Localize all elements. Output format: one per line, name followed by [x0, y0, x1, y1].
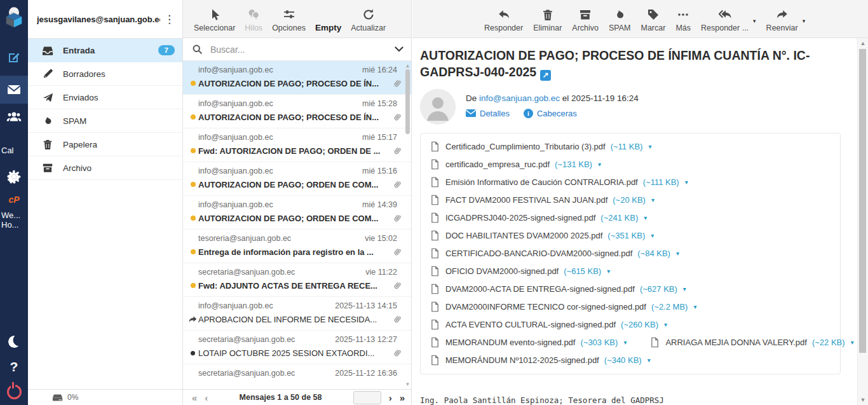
help-button[interactable]: ?	[0, 359, 28, 375]
cpanel-link[interactable]: cP	[0, 193, 28, 206]
open-in-new-window-icon[interactable]: ↗	[540, 70, 551, 81]
page-number-input[interactable]	[353, 391, 381, 404]
folder-item-borradores[interactable]: Borradores	[28, 62, 182, 86]
reading-pane: ResponderEliminarArchivoSPAMMarcarMásRes…	[412, 0, 868, 405]
attachment-menu-caret-icon[interactable]: ▾	[644, 214, 647, 221]
attachment-menu-caret-icon[interactable]: ▾	[851, 339, 854, 346]
folder-item-spam[interactable]: SPAM	[28, 109, 182, 133]
calendar-link[interactable]: Cal	[0, 144, 28, 156]
attachment-item[interactable]: ACTA EVENTO CULTURAL-signed-signed.pdf (…	[430, 319, 667, 330]
subject-text: AUTORIZACION DE PAGO; PROCESO DE ÍNFIMA …	[420, 48, 810, 79]
attachment-menu-caret-icon[interactable]: ▾	[676, 250, 679, 257]
dark-mode-button[interactable]	[0, 333, 28, 350]
folder-item-entrada[interactable]: Entrada7	[28, 39, 182, 62]
attachment-item[interactable]: Certificado_Cumplimiento_Tributario (3).…	[430, 141, 651, 152]
attachment-menu-caret-icon[interactable]: ▾	[623, 339, 627, 346]
attachment-item[interactable]: certificado_empresa_ruc.pdf (~131 KB) ▾	[430, 159, 601, 170]
headers-label: Cabeceras	[537, 109, 577, 118]
search-options-chevron-icon[interactable]	[395, 46, 403, 52]
opciones-button[interactable]: Opciones	[272, 8, 306, 32]
reading-pane-scrollbar[interactable]: ▲ ▼	[857, 38, 868, 405]
message-list: info@sanjuan.gob.ec mié 16:24 AUTORIZACI…	[183, 61, 411, 389]
list-scrollbar[interactable]: ▲ ▼	[405, 63, 410, 387]
attachment-item[interactable]: FACT DVAM2000 FESTIVAL SAN JUAN.pdf (~20…	[430, 195, 654, 205]
seleccionar-button[interactable]: Seleccionar	[194, 8, 235, 32]
mail-nav-button[interactable]	[0, 76, 28, 104]
message-list-row[interactable]: secretaria@sanjuan.gob.ec vie 11:22 Fwd:…	[183, 263, 411, 297]
attachment-menu-caret-icon[interactable]: ▾	[651, 232, 654, 239]
folder-item-archivo[interactable]: Archivo	[28, 156, 182, 180]
eliminar-button[interactable]: Eliminar	[533, 8, 562, 32]
folder-item-enviados[interactable]: Enviados	[28, 86, 182, 109]
sender-email-link[interactable]: info@sanjuan.gob.ec	[479, 93, 560, 103]
message-list-row[interactable]: info@sanjuan.gob.ec mié 16:24 AUTORIZACI…	[183, 61, 411, 95]
empty-button[interactable]: Empty	[315, 23, 341, 32]
message-list-row[interactable]: secretaria@sanjuan.gob.ec 2025-11-12 16:…	[183, 364, 411, 389]
prev-page-button[interactable]: ‹	[205, 393, 208, 402]
toolbar-button-label: Eliminar	[533, 24, 562, 32]
message-list-row[interactable]: info@sanjuan.gob.ec mié 15:16 AUTORIZACI…	[183, 162, 411, 196]
webmail-home-link[interactable]: We... Ho...	[0, 210, 28, 230]
folder-item-papelera[interactable]: Papelera	[28, 133, 182, 156]
search-input[interactable]	[209, 44, 388, 55]
message-list-row[interactable]: info@sanjuan.gob.ec mié 15:17 Fwd: AUTOR…	[183, 128, 411, 162]
m-s-button[interactable]: Más	[675, 8, 691, 32]
message-date: 2025-11-12 16:36	[335, 369, 397, 378]
headers-toggle[interactable]: i Cabeceras	[524, 109, 577, 118]
attachment-item[interactable]: MEMORÁNDUM Nº1012-2025-signed.pdf (~340 …	[430, 355, 651, 366]
attachment-menu-caret-icon[interactable]: ▾	[651, 196, 654, 203]
message-list-row[interactable]: secretaria@sanjuan.gob.ec 2025-11-13 12:…	[183, 331, 411, 364]
attachment-menu-caret-icon[interactable]: ▾	[648, 357, 651, 364]
attachment-item[interactable]: OFICIO DVAM2000-signed.pdf (~615 KB) ▾	[430, 266, 610, 277]
message-list-row[interactable]: tesoreria@sanjuan.gob.ec vie 15:02 Entre…	[183, 230, 411, 263]
scroll-up-icon[interactable]: ▲	[858, 40, 868, 46]
reenviar-button[interactable]: Reenviar	[766, 8, 798, 32]
last-page-button[interactable]: »	[400, 393, 405, 402]
responder-button[interactable]: Responder ...	[701, 8, 749, 32]
attachment-menu-caret-icon[interactable]: ▾	[607, 268, 610, 275]
next-page-button[interactable]: ›	[389, 393, 392, 402]
attachment-menu-caret-icon[interactable]: ▾	[598, 161, 601, 168]
attachment-menu-caret-icon[interactable]: ▾	[683, 285, 686, 292]
archivo-button[interactable]: Archivo	[572, 8, 599, 32]
attachment-item[interactable]: DOC HABILITANTES DVAM2000 2025.pdf (~351…	[430, 230, 654, 241]
attachment-menu-caret-icon[interactable]: ▾	[685, 179, 688, 186]
spam-button[interactable]: SPAM	[609, 8, 631, 32]
list-scrollbar-thumb[interactable]	[405, 69, 410, 134]
attachment-item[interactable]: DVAM2000-ACTA DE ENTREGA-signed-signed.p…	[430, 284, 686, 294]
actualizar-button[interactable]: Actualizar	[351, 8, 386, 32]
attachment-item[interactable]: ARRIAGA MEJIA DONNA VALERY.pdf (~22 KB) …	[649, 337, 853, 348]
settings-button[interactable]	[0, 167, 28, 186]
scroll-down-icon[interactable]: ▼	[858, 397, 868, 403]
message-list-row[interactable]: info@sanjuan.gob.ec mié 14:39 AUTORIZACI…	[183, 196, 411, 230]
first-page-button[interactable]: «	[192, 393, 197, 402]
attachment-item[interactable]: MEMORANDUM evento-signed.pdf (~303 KB) ▾	[430, 337, 627, 348]
attachment-menu-caret-icon[interactable]: ▾	[648, 143, 651, 150]
compose-button[interactable]	[0, 44, 28, 71]
scroll-up-icon[interactable]: ▲	[405, 63, 410, 69]
message-list-row[interactable]: info@sanjuan.gob.ec 2025-11-13 14:15 APR…	[183, 297, 411, 331]
details-toggle[interactable]: Detalles	[466, 109, 510, 118]
account-menu-kebab-icon[interactable]: ⋮	[160, 13, 179, 26]
dropdown-caret-icon[interactable]: ▾	[753, 18, 756, 24]
attachment-item[interactable]: DVAM2000INFORME TECNICO cor-signed-signe…	[430, 301, 696, 312]
logout-button[interactable]	[0, 383, 28, 400]
attachment-item[interactable]: ICGADPRSJ040-2025-signed-signed.pdf (~24…	[430, 212, 647, 223]
attachment-menu-caret-icon[interactable]: ▾	[664, 321, 667, 328]
hilos-button[interactable]: Hilos	[245, 8, 262, 32]
message-date: 2025-11-13 14:15	[335, 301, 397, 310]
scroll-down-icon[interactable]: ▼	[405, 381, 410, 387]
reading-scrollbar-thumb[interactable]	[859, 49, 866, 353]
attachment-item[interactable]: Emisión Informativo de Caución CONTRALOR…	[430, 177, 688, 188]
contacts-button[interactable]	[0, 104, 28, 130]
dropdown-caret-icon[interactable]: ▾	[803, 18, 806, 24]
attachment-menu-caret-icon[interactable]: ▾	[693, 303, 696, 310]
attachment-item[interactable]: CERTIFICADO-BANCARIO-DVAM2000-signed.pdf…	[430, 248, 679, 259]
attachment-name: ACTA EVENTO CULTURAL-signed-signed.pdf	[445, 320, 616, 329]
header-links: Detalles i Cabeceras	[466, 109, 639, 118]
message-list-row[interactable]: info@sanjuan.gob.ec mié 15:28 AUTORIZACI…	[183, 95, 411, 128]
marcar-button[interactable]: Marcar	[641, 8, 666, 32]
folder-name: Borradores	[63, 69, 105, 79]
message-subject: AUTORIZACION DE PAGO; PROCESO DE ÍN...	[198, 79, 388, 88]
responder-button[interactable]: Responder	[484, 8, 523, 32]
